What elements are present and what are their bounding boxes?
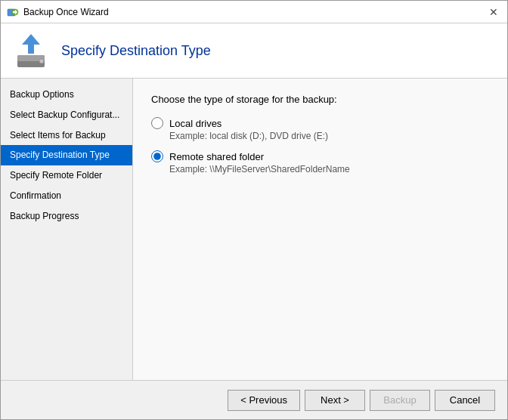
content-area: Backup Options Select Backup Configurat.… (1, 79, 507, 380)
local-drives-label[interactable]: Local drives (151, 117, 489, 129)
window-title: Backup Once Wizard (23, 7, 109, 17)
header-icon (13, 32, 49, 69)
backup-button[interactable]: Backup (370, 390, 430, 411)
sidebar-item-select-backup-config[interactable]: Select Backup Configurat... (1, 105, 132, 125)
remote-folder-option: Remote shared folder Example: \\MyFileSe… (151, 150, 489, 174)
footer: < Previous Next > Backup Cancel (1, 380, 507, 419)
prompt-text: Choose the type of storage for the backu… (151, 94, 489, 105)
cancel-button[interactable]: Cancel (435, 390, 495, 411)
main-panel: Choose the type of storage for the backu… (133, 79, 507, 380)
window-icon (7, 6, 19, 18)
remote-folder-label[interactable]: Remote shared folder (151, 150, 489, 162)
title-bar: Backup Once Wizard ✕ (1, 1, 507, 23)
main-window: Backup Once Wizard ✕ Specify Destination… (0, 0, 508, 420)
local-drives-option: Local drives Example: local disk (D:), D… (151, 117, 489, 141)
local-drives-text: Local drives (169, 118, 221, 129)
storage-type-group: Local drives Example: local disk (D:), D… (151, 117, 489, 174)
svg-marker-3 (22, 34, 40, 54)
remote-folder-text: Remote shared folder (169, 151, 264, 162)
remote-folder-example: Example: \\MyFileServer\SharedFolderName (169, 164, 489, 174)
svg-point-6 (39, 59, 44, 63)
sidebar-item-confirmation[interactable]: Confirmation (1, 186, 132, 206)
local-drives-example: Example: local disk (D:), DVD drive (E:) (169, 131, 489, 141)
header-section: Specify Destination Type (1, 23, 507, 79)
local-drives-radio[interactable] (151, 117, 163, 129)
sidebar-item-specify-remote[interactable]: Specify Remote Folder (1, 165, 132, 186)
header-title: Specify Destination Type (61, 43, 211, 59)
previous-button[interactable]: < Previous (228, 390, 300, 411)
sidebar-item-select-items[interactable]: Select Items for Backup (1, 125, 132, 146)
close-button[interactable]: ✕ (486, 5, 501, 20)
sidebar-item-backup-progress[interactable]: Backup Progress (1, 206, 132, 227)
sidebar-item-specify-destination[interactable]: Specify Destination Type (1, 145, 132, 165)
sidebar: Backup Options Select Backup Configurat.… (1, 79, 133, 380)
remote-folder-radio[interactable] (151, 150, 163, 162)
title-bar-left: Backup Once Wizard (7, 6, 109, 18)
sidebar-item-backup-options[interactable]: Backup Options (1, 85, 132, 105)
next-button[interactable]: Next > (305, 390, 365, 411)
